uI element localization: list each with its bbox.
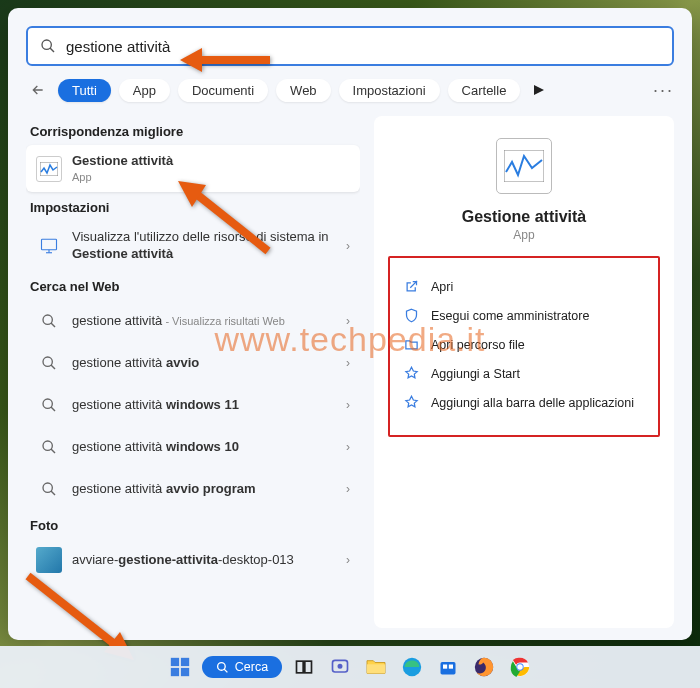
action-run-admin[interactable]: Esegui come amministratore <box>400 301 648 330</box>
filter-web[interactable]: Web <box>276 79 331 102</box>
action-list: Apri Esegui come amministratore Apri per… <box>388 256 660 437</box>
web-result-row[interactable]: gestione attività avvio program › <box>26 468 360 510</box>
chrome-button[interactable] <box>506 653 534 681</box>
svg-line-11 <box>51 407 55 411</box>
chat-button[interactable] <box>326 653 354 681</box>
svg-line-13 <box>51 449 55 453</box>
monitor-icon <box>36 233 62 259</box>
filter-all[interactable]: Tutti <box>58 79 111 102</box>
results-list: Corrispondenza migliore Gestione attivit… <box>26 116 360 628</box>
chevron-right-icon: › <box>346 440 350 454</box>
web-result-row[interactable]: gestione attività windows 10 › <box>26 426 360 468</box>
edge-button[interactable] <box>398 653 426 681</box>
svg-point-12 <box>43 441 52 450</box>
store-icon <box>438 657 458 677</box>
edge-icon <box>401 656 423 678</box>
svg-point-26 <box>339 665 342 668</box>
start-button[interactable] <box>166 653 194 681</box>
open-icon <box>404 279 419 294</box>
folder-icon <box>404 337 419 352</box>
store-button[interactable] <box>434 653 462 681</box>
search-icon <box>41 313 57 329</box>
chevron-right-icon: › <box>346 482 350 496</box>
play-icon <box>534 85 544 95</box>
section-web: Cerca nel Web <box>30 279 360 294</box>
svg-rect-18 <box>181 658 189 666</box>
chevron-right-icon: › <box>346 356 350 370</box>
task-view-icon <box>294 657 314 677</box>
filter-row: Tutti App Documenti Web Impostazioni Car… <box>26 78 674 102</box>
best-match-sub: App <box>72 170 350 184</box>
svg-line-7 <box>51 323 55 327</box>
section-best-match: Corrispondenza migliore <box>30 124 360 139</box>
svg-rect-24 <box>305 661 312 673</box>
preview-title: Gestione attività <box>462 208 586 226</box>
web-result-row[interactable]: gestione attività windows 11 › <box>26 384 360 426</box>
web-result-row[interactable]: gestione attività - Visualizza risultati… <box>26 300 360 342</box>
filter-apps[interactable]: App <box>119 79 170 102</box>
taskbar-search-button[interactable]: Cerca <box>202 656 282 678</box>
svg-rect-27 <box>367 664 385 673</box>
svg-line-15 <box>51 491 55 495</box>
task-view-button[interactable] <box>290 653 318 681</box>
filter-settings[interactable]: Impostazioni <box>339 79 440 102</box>
chevron-right-icon: › <box>346 398 350 412</box>
svg-rect-29 <box>441 662 456 675</box>
chat-icon <box>330 657 350 677</box>
action-open[interactable]: Apri <box>400 272 648 301</box>
task-manager-icon <box>36 156 62 182</box>
search-icon <box>40 38 56 54</box>
search-icon <box>41 481 57 497</box>
search-icon <box>216 661 229 674</box>
overflow-button[interactable]: ··· <box>653 80 674 101</box>
explorer-button[interactable] <box>362 653 390 681</box>
section-photos: Foto <box>30 518 360 533</box>
image-thumb-icon <box>36 547 62 573</box>
more-filters-button[interactable] <box>528 79 550 101</box>
svg-rect-3 <box>42 239 57 250</box>
chevron-right-icon: › <box>346 553 350 567</box>
windows-icon <box>169 656 191 678</box>
shield-icon <box>404 308 419 323</box>
search-icon <box>41 439 57 455</box>
action-pin-taskbar[interactable]: Aggiungi alla barra delle applicazioni <box>400 388 648 417</box>
svg-line-9 <box>51 365 55 369</box>
action-pin-start[interactable]: Aggiungi a Start <box>400 359 648 388</box>
svg-point-0 <box>42 40 51 49</box>
settings-result-row[interactable]: Visualizza l'utilizzo delle risorse di s… <box>26 221 360 271</box>
svg-rect-17 <box>171 658 179 666</box>
svg-rect-23 <box>297 661 304 673</box>
svg-rect-30 <box>443 665 447 669</box>
svg-point-8 <box>43 357 52 366</box>
chevron-right-icon: › <box>346 314 350 328</box>
svg-rect-31 <box>449 665 453 669</box>
photo-result-row[interactable]: avviare-gestione-attivita-desktop-013 › <box>26 539 360 581</box>
search-input[interactable] <box>66 38 660 55</box>
preview-category: App <box>513 228 534 242</box>
svg-point-14 <box>43 483 52 492</box>
search-icon <box>41 397 57 413</box>
search-box[interactable] <box>26 26 674 66</box>
filter-folders[interactable]: Cartelle <box>448 79 521 102</box>
svg-rect-19 <box>171 668 179 676</box>
search-icon <box>41 355 57 371</box>
svg-point-21 <box>217 662 225 670</box>
best-match-row[interactable]: Gestione attività App <box>26 145 360 192</box>
pin-icon <box>404 395 419 410</box>
back-button[interactable] <box>26 78 50 102</box>
preview-pane: Gestione attività App Apri Esegui come a… <box>374 116 674 628</box>
best-match-title: Gestione attività <box>72 153 173 168</box>
svg-line-22 <box>224 669 227 672</box>
chevron-right-icon: › <box>346 239 350 253</box>
svg-point-6 <box>43 315 52 324</box>
svg-line-1 <box>50 48 54 52</box>
chrome-icon <box>509 656 531 678</box>
web-result-row[interactable]: gestione attività avvio › <box>26 342 360 384</box>
action-file-location[interactable]: Apri percorso file <box>400 330 648 359</box>
firefox-button[interactable] <box>470 653 498 681</box>
svg-rect-20 <box>181 668 189 676</box>
pin-icon <box>404 366 419 381</box>
svg-point-35 <box>517 664 523 670</box>
taskbar: Cerca <box>0 646 700 688</box>
filter-documents[interactable]: Documenti <box>178 79 268 102</box>
